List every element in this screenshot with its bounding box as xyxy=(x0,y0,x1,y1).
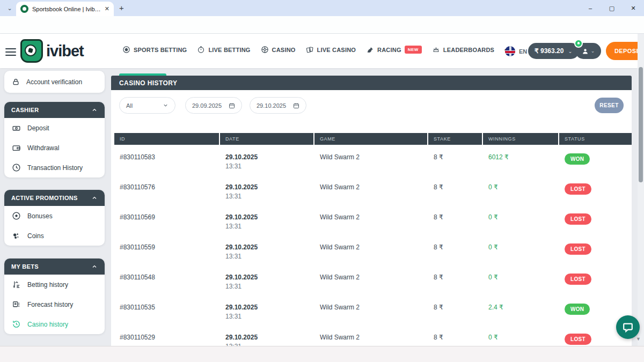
table-row: #830110535 29.10.2025 13:31 Wild Swarm 2… xyxy=(114,295,632,325)
balance-amount: ₹ 9363.20 xyxy=(535,47,564,55)
col-id: ID xyxy=(114,133,219,145)
sidebar-item-casino-history[interactable]: Casino history xyxy=(4,314,105,334)
col-game: GAME xyxy=(314,133,427,145)
window-close-button[interactable]: ✕ xyxy=(623,0,644,16)
account-verification-label: Account verification xyxy=(26,78,82,86)
col-status: STATUS xyxy=(559,133,632,145)
section-title: MY BETS xyxy=(11,263,39,270)
date-to-input[interactable]: 29.10.2025 xyxy=(250,97,306,114)
new-tab-button[interactable]: + xyxy=(119,3,124,12)
nav-casino[interactable]: CASINO xyxy=(261,46,296,54)
nav-live-casino[interactable]: LIVE CASINO xyxy=(306,46,356,54)
reset-button[interactable]: RESET xyxy=(595,98,624,113)
cell-status: LOST xyxy=(559,235,632,255)
window-minimize-button[interactable]: – xyxy=(580,0,601,16)
live-chat-button[interactable] xyxy=(616,315,640,339)
account-menu[interactable]: ⌄ xyxy=(575,43,601,59)
cell-id: #830110548 xyxy=(114,265,219,281)
window-maximize-button[interactable]: ▢ xyxy=(601,0,623,16)
cell-winnings: 0 ₹ xyxy=(483,325,558,341)
date-from-input[interactable]: 29.09.2025 xyxy=(185,97,242,114)
stopwatch-icon xyxy=(197,46,205,54)
chevron-up-icon xyxy=(91,195,98,201)
nav-label: RACING xyxy=(377,47,401,53)
language-selector[interactable]: EN xyxy=(505,46,527,56)
hamburger-menu-icon[interactable] xyxy=(5,46,16,58)
horse-icon xyxy=(366,46,374,54)
sidebar-item-label: Coins xyxy=(27,232,44,240)
sidebar-item-betting-history[interactable]: Betting history xyxy=(4,275,105,294)
active-promotions-header[interactable]: ACTIVE PROMOTIONS xyxy=(4,190,105,206)
table-header: ID DATE GAME STAKE WINNINGS STATUS xyxy=(114,133,632,145)
nav-racing[interactable]: RACING NEW xyxy=(366,46,422,54)
cards-icon xyxy=(306,46,314,54)
account-verification-card[interactable]: Account verification xyxy=(4,71,105,93)
status-badge: WON xyxy=(565,153,590,165)
cell-status: LOST xyxy=(559,175,632,195)
active-promotions-card: ACTIVE PROMOTIONS Bonuses Coins xyxy=(4,190,105,246)
logo-shield-icon xyxy=(20,39,43,63)
uk-flag-icon xyxy=(505,46,515,56)
sidebar-item-transaction-history[interactable]: Transaction History xyxy=(4,158,105,178)
sidebar-item-forecast-history[interactable]: Forecast history xyxy=(4,294,105,314)
sidebar-item-deposit[interactable]: Deposit xyxy=(4,118,105,138)
my-bets-card: MY BETS Betting history Forecast history… xyxy=(4,258,105,334)
sidebar-item-bonuses[interactable]: Bonuses xyxy=(4,206,105,226)
history-clock-icon xyxy=(12,320,21,329)
game-type-select[interactable]: All xyxy=(119,97,175,114)
cell-winnings: 2.4 ₹ xyxy=(483,295,558,311)
cell-stake: 8 ₹ xyxy=(428,145,482,161)
bet-chart-icon xyxy=(12,280,21,289)
cell-date: 29.10.2025 13:31 xyxy=(220,205,313,230)
screen: ⌄ Sportsbook Online | Ivibet Worl ✕ + – … xyxy=(0,0,644,362)
table-body: #830110583 29.10.2025 13:31 Wild Swarm 2… xyxy=(114,145,632,355)
notification-bell-icon[interactable] xyxy=(574,39,583,48)
sidebar-item-label: Betting history xyxy=(27,281,68,289)
my-bets-header[interactable]: MY BETS xyxy=(4,258,105,275)
calendar-icon xyxy=(229,102,235,109)
tab-close-icon[interactable]: ✕ xyxy=(105,5,109,12)
site-header: ivibet SPORTS BETTING LIVE BETTING CASIN… xyxy=(0,34,644,68)
nav-sports-betting[interactable]: SPORTS BETTING xyxy=(122,46,187,54)
sidebar-item-label: Bonuses xyxy=(27,212,53,220)
lock-icon xyxy=(12,78,20,86)
cell-status: WON xyxy=(559,295,632,315)
page-scrollbar-thumb[interactable] xyxy=(639,67,643,182)
history-table: ID DATE GAME STAKE WINNINGS STATUS #8301… xyxy=(114,133,632,355)
page-title-bar: CASINO HISTORY xyxy=(111,76,632,90)
cell-date: 29.10.2025 13:31 xyxy=(220,265,313,290)
nav-label: LIVE CASINO xyxy=(317,47,356,53)
scrollbar-down-arrow[interactable]: ▼ xyxy=(636,336,641,342)
browser-tab[interactable]: Sportsbook Online | Ivibet Worl ✕ xyxy=(16,2,114,16)
chevron-up-icon xyxy=(91,107,98,113)
tab-search-icon[interactable]: ⌄ xyxy=(4,3,15,14)
nav-leaderboards[interactable]: LEADERBOARDS xyxy=(432,46,494,54)
language-label: EN xyxy=(519,48,527,55)
cell-game: Wild Swarm 2 xyxy=(314,175,427,191)
roulette-icon xyxy=(261,46,269,54)
calendar-icon xyxy=(293,102,299,109)
nav-label: LIVE BETTING xyxy=(208,47,250,53)
cell-id: #830110583 xyxy=(114,145,219,161)
cashier-header[interactable]: CASHIER xyxy=(4,102,105,118)
cell-game: Wild Swarm 2 xyxy=(314,235,427,251)
coins-icon xyxy=(12,231,21,240)
nav-live-betting[interactable]: LIVE BETTING xyxy=(197,46,250,54)
cell-stake: 8 ₹ xyxy=(428,235,482,251)
ticket-icon xyxy=(12,300,21,309)
cell-stake: 8 ₹ xyxy=(428,265,482,281)
col-date: DATE xyxy=(220,133,313,145)
sidebar-item-label: Transaction History xyxy=(27,164,83,172)
star-circle-icon xyxy=(12,211,21,220)
sidebar-item-withdrawal[interactable]: Withdrawal xyxy=(4,138,105,158)
balance-dropdown[interactable]: ₹ 9363.20 ⌄ xyxy=(528,43,579,59)
cell-id: #830110576 xyxy=(114,175,219,191)
cell-stake: 8 ₹ xyxy=(428,325,482,341)
browser-toolbar: ← → ⟳ ivibet1.com/cabinet/casino-history… xyxy=(0,16,644,34)
cell-winnings: 0 ₹ xyxy=(483,235,558,251)
site-logo[interactable]: ivibet xyxy=(20,39,84,63)
cell-winnings: 0 ₹ xyxy=(483,175,558,191)
filters-bar: All 29.09.2025 29.10.2025 RESET xyxy=(111,90,632,133)
sidebar-item-coins[interactable]: Coins xyxy=(4,226,105,246)
sidebar-item-label: Casino history xyxy=(27,321,68,328)
